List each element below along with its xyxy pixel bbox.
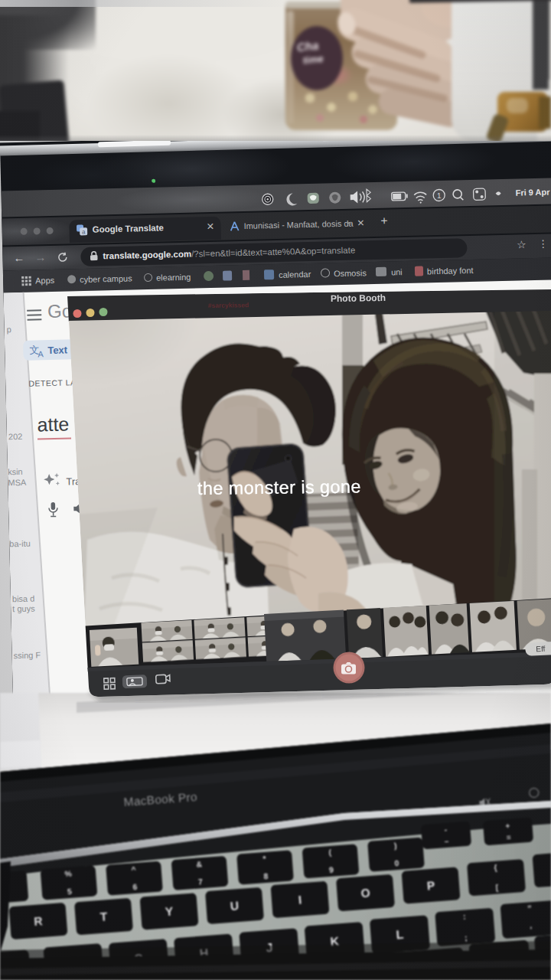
svg-text:P: P [426, 879, 435, 893]
svg-text:8: 8 [263, 871, 269, 880]
svg-text:O: O [360, 886, 370, 900]
svg-text:Fri 9 Apr: Fri 9 Apr [515, 188, 550, 198]
svg-text:L: L [396, 928, 404, 942]
svg-text:A: A [37, 349, 44, 358]
svg-text:9: 9 [328, 865, 334, 874]
svg-text:the monster is gone: the monster is gone [197, 476, 361, 498]
svg-text:+: + [505, 822, 510, 830]
svg-text:^: ^ [131, 864, 136, 874]
svg-text:U: U [230, 899, 239, 913]
svg-text:Y: Y [165, 905, 174, 919]
svg-text:Eff: Eff [536, 645, 546, 654]
svg-text:a: a [82, 228, 86, 235]
svg-text:6: 6 [132, 882, 138, 891]
svg-text:&: & [196, 859, 203, 869]
svg-text:Photo Booth: Photo Booth [331, 292, 386, 304]
svg-text:1: 1 [437, 191, 442, 200]
svg-text:”: ” [527, 903, 532, 913]
svg-text:7: 7 [197, 877, 203, 886]
svg-text:T: T [99, 910, 108, 923]
svg-text:=: = [506, 833, 511, 841]
svg-text:#sarcykissed: #sarcykissed [208, 301, 249, 309]
svg-text:5: 5 [67, 887, 72, 896]
svg-text:%: % [64, 869, 73, 879]
svg-text:R: R [34, 914, 43, 928]
svg-text:0: 0 [394, 858, 399, 867]
